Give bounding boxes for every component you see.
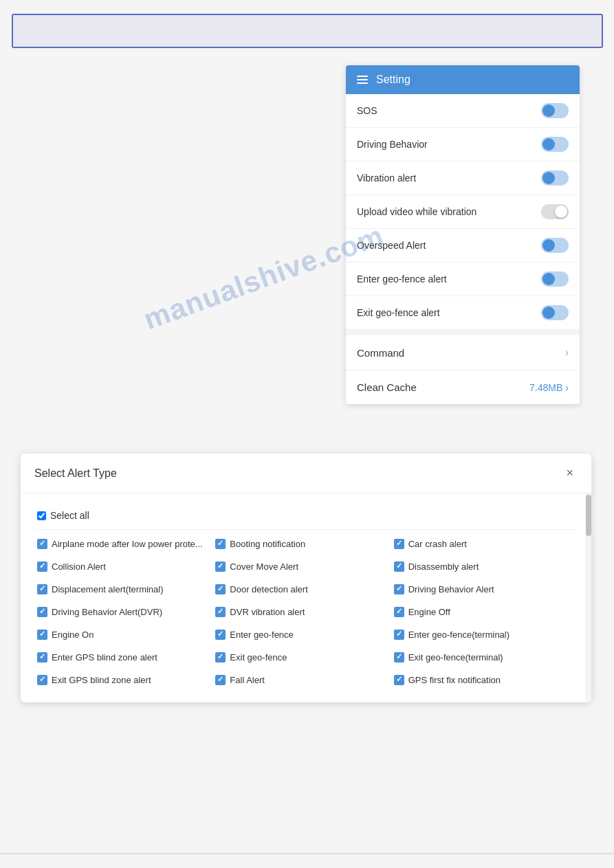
checkbox-label: Car crash alert [408,539,467,549]
list-item[interactable]: Exit geo-fence [212,646,391,669]
command-chevron: › [565,346,569,359]
checkbox-exit-gps-blind[interactable] [37,675,47,685]
checkbox-enter-gps-blind[interactable] [37,652,47,663]
checkbox-disassembly[interactable] [394,561,404,572]
bottom-bar [0,853,614,854]
list-item[interactable]: Engine On [34,623,212,646]
settings-row-enter-geo: Enter geo-fence alert [346,263,580,296]
settings-row-vibration: Vibration alert [346,162,580,195]
checkbox-label: Enter geo-fence [230,630,294,640]
checkbox-fall[interactable] [215,675,226,685]
enter-geo-label: Enter geo-fence alert [357,274,447,285]
list-item[interactable]: Airplane mode after low power prote... [34,533,212,555]
list-item[interactable]: Displacement alert(terminal) [34,578,212,601]
checkbox-booting[interactable] [215,539,226,549]
alert-dialog: Select Alert Type × Select all Airplane … [21,454,591,702]
checkbox-enter-geo-terminal[interactable] [394,630,404,640]
exit-geo-label: Exit geo-fence alert [357,307,440,318]
command-label: Command [357,347,404,359]
checkbox-collision[interactable] [37,561,47,572]
checkbox-engine-off[interactable] [394,607,404,617]
checkbox-label: Displacement alert(terminal) [52,584,164,594]
top-bar [12,14,603,48]
settings-row-driving: Driving Behavior [346,128,580,162]
settings-divider [346,330,580,335]
list-item[interactable]: DVR vibration alert [212,601,391,623]
settings-row-upload-video: Upload video while vibration [346,195,580,229]
upload-video-toggle[interactable] [541,204,569,219]
checkbox-label: Driving Behavior Alert [408,584,494,594]
checkbox-label: Exit GPS blind zone alert [52,675,151,685]
select-all-item[interactable]: Select all [37,510,575,521]
overspeed-toggle[interactable] [541,238,569,253]
clean-cache-value: 7.48MB › [529,382,569,393]
checkbox-car-crash[interactable] [394,539,404,549]
checkbox-dvr-vibration[interactable] [215,607,226,617]
list-item[interactable]: Enter geo-fence [212,623,391,646]
list-item[interactable]: Driving Behavior Alert(DVR) [34,601,212,623]
alert-dialog-header: Select Alert Type × [21,454,591,493]
list-item[interactable]: Enter GPS blind zone alert [34,646,212,669]
checkbox-label: Cover Move Alert [230,561,298,572]
vibration-label: Vibration alert [357,173,416,183]
settings-header: Setting [346,65,580,94]
checkbox-label: Engine Off [408,607,450,617]
checkbox-driving-dvr[interactable] [37,607,47,617]
driving-toggle[interactable] [541,137,569,152]
checkbox-enter-geo[interactable] [215,630,226,640]
list-item[interactable]: Car crash alert [391,533,569,555]
alert-dialog-title: Select Alert Type [34,467,117,480]
list-item[interactable]: Exit GPS blind zone alert [34,669,212,691]
list-item[interactable]: Door detection alert [212,578,391,601]
list-item[interactable]: Booting notification [212,533,391,555]
list-item[interactable]: Enter geo-fence(terminal) [391,623,569,646]
list-item[interactable]: Fall Alert [212,669,391,691]
checkbox-label: Fall Alert [230,675,265,685]
upload-video-label: Upload video while vibration [357,206,476,217]
checkbox-label: Enter geo-fence(terminal) [408,630,509,640]
checkbox-displacement[interactable] [37,584,47,594]
checkbox-label: Exit geo-fence [230,652,287,663]
checkbox-label: Booting notification [230,539,305,549]
checkbox-label: Driving Behavior Alert(DVR) [52,607,162,617]
checkbox-label: GPS first fix notification [408,675,501,685]
checkbox-engine-on[interactable] [37,630,47,640]
command-row[interactable]: Command › [346,335,580,370]
select-all-checkbox[interactable] [37,511,46,520]
exit-geo-toggle[interactable] [541,305,569,320]
checkbox-driving-behavior[interactable] [394,584,404,594]
checkbox-grid: Airplane mode after low power prote... B… [34,533,578,691]
alert-dialog-close[interactable]: × [562,465,578,482]
list-item[interactable]: Exit geo-fence(terminal) [391,646,569,669]
checkbox-label: DVR vibration alert [230,607,305,617]
settings-panel: Setting SOS Driving Behavior Vibration a… [346,65,580,404]
menu-icon [357,76,368,84]
checkbox-label: Engine On [52,630,94,640]
vibration-toggle[interactable] [541,170,569,186]
checkbox-airplane[interactable] [37,539,47,549]
checkbox-label: Disassembly alert [408,561,479,572]
list-item[interactable]: Disassembly alert [391,555,569,578]
list-item[interactable]: Driving Behavior Alert [391,578,569,601]
enter-geo-toggle[interactable] [541,271,569,287]
sos-toggle[interactable] [541,103,569,118]
clean-cache-row[interactable]: Clean Cache 7.48MB › [346,370,580,404]
list-item[interactable]: Cover Move Alert [212,555,391,578]
alert-dialog-body: Select all Airplane mode after low power… [21,493,591,702]
checkbox-label: Enter GPS blind zone alert [52,652,157,663]
checkbox-cover-move[interactable] [215,561,226,572]
driving-label: Driving Behavior [357,139,428,150]
overspeed-label: Overspeed Alert [357,240,426,251]
list-item[interactable]: GPS first fix notification [391,669,569,691]
list-item[interactable]: Collision Alert [34,555,212,578]
scroll-track [586,493,591,702]
checkbox-exit-geo[interactable] [215,652,226,663]
scroll-thumb[interactable] [586,495,591,536]
checkbox-gps-first-fix[interactable] [394,675,404,685]
checkbox-label: Collision Alert [52,561,106,572]
list-item[interactable]: Engine Off [391,601,569,623]
checkbox-door[interactable] [215,584,226,594]
select-all-label: Select all [50,510,89,521]
sos-label: SOS [357,105,377,116]
checkbox-exit-geo-terminal[interactable] [394,652,404,663]
